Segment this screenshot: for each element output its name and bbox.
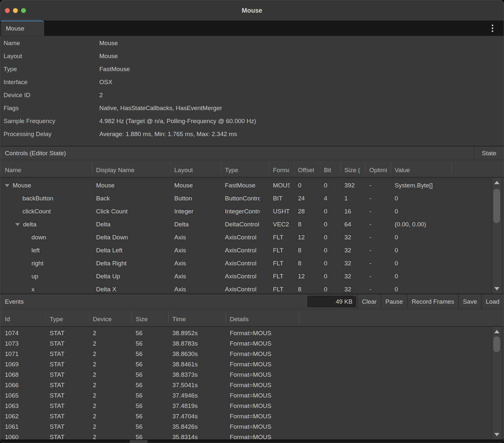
property-row: LayoutMouse — [0, 50, 504, 63]
event-row[interactable]: 1066STAT25637.5041sFormat=MOUS — [0, 380, 492, 390]
event-row[interactable]: 1073STAT25638.8783sFormat=MOUS — [0, 338, 492, 349]
column-header-name[interactable]: Name — [0, 160, 92, 177]
control-bit: 0 — [324, 260, 327, 267]
record-frames-button[interactable]: Record Frames — [407, 294, 458, 309]
property-label: Interface — [0, 79, 99, 86]
control-cell-name: Mouse — [0, 179, 92, 192]
control-optimized: - — [369, 247, 371, 254]
events-scrollbar[interactable] — [492, 327, 501, 439]
event-cell-details: Format=MOUS — [226, 380, 299, 390]
scroll-up-icon[interactable] — [494, 181, 499, 184]
control-row[interactable]: deltaDeltaDeltaDeltaControlVEC28064-(0.0… — [0, 218, 492, 231]
column-header-layout[interactable]: Layout — [170, 160, 221, 177]
event-id: 1074 — [5, 330, 18, 337]
control-cell-optimized: - — [365, 218, 391, 231]
maximize-button[interactable] — [21, 8, 26, 13]
event-cell-details: Format=MOUS — [226, 422, 299, 432]
column-header-value[interactable]: Value — [391, 160, 451, 177]
control-optimized: - — [369, 195, 371, 202]
column-header-offset[interactable]: Offset — [294, 160, 320, 177]
event-time: 35.8426s — [172, 423, 198, 430]
event-size: 56 — [136, 434, 142, 439]
event-details: Format=MOUS — [230, 361, 271, 368]
event-time: 38.8373s — [172, 371, 198, 378]
control-bit: 0 — [324, 247, 327, 254]
scroll-down-icon[interactable] — [494, 433, 499, 436]
window-title: Mouse — [242, 7, 262, 14]
control-cell-size: 32 — [340, 231, 365, 244]
column-header-device[interactable]: Device — [89, 309, 132, 326]
event-cell-id: 1069 — [0, 359, 46, 370]
property-value: Mouse — [99, 53, 118, 60]
expander-triangle-icon[interactable] — [15, 223, 20, 226]
event-id: 1071 — [5, 350, 18, 358]
minimize-button[interactable] — [13, 8, 18, 13]
control-name: backButton — [22, 195, 53, 202]
event-id: 1066 — [5, 382, 18, 389]
controls-scrollbar-thumb[interactable] — [493, 189, 500, 223]
control-cell-offset: 24 — [294, 192, 320, 205]
event-row[interactable]: 1063STAT25637.4819sFormat=MOUS — [0, 401, 492, 411]
clear-button[interactable]: Clear — [357, 294, 381, 309]
column-header-id[interactable]: Id — [0, 309, 46, 326]
event-row[interactable]: 1062STAT25637.4704sFormat=MOUS — [0, 411, 492, 422]
event-cell-size: 56 — [132, 359, 168, 370]
horizontal-scrollbar-thumb[interactable] — [129, 440, 148, 443]
control-cell-format: FLT — [269, 244, 294, 257]
events-scrollbar-thumb[interactable] — [493, 336, 500, 352]
column-header-details[interactable]: Details — [226, 309, 299, 326]
column-header-size[interactable]: Size — [132, 309, 168, 326]
tab-mouse[interactable]: Mouse — [1, 20, 44, 36]
expander-triangle-icon[interactable] — [5, 184, 9, 187]
event-type: STAT — [50, 350, 65, 358]
control-display_name: Delta Left — [96, 247, 122, 254]
column-header-time[interactable]: Time — [168, 309, 226, 326]
column-header-type[interactable]: Type — [46, 309, 89, 326]
event-size: 56 — [136, 413, 142, 420]
property-label: Type — [0, 66, 99, 73]
control-row[interactable]: rightDelta RightAxisAxisControlFLT8032-0 — [0, 257, 492, 270]
event-row[interactable]: 1074STAT25638.8952sFormat=MOUS — [0, 328, 492, 338]
state-toggle-button[interactable]: State — [474, 146, 504, 160]
scroll-up-icon[interactable] — [494, 330, 499, 333]
column-header-size[interactable]: Size (Bits) — [340, 160, 365, 177]
event-device: 2 — [93, 413, 96, 420]
event-cell-spacer — [299, 349, 492, 359]
close-button[interactable] — [5, 8, 10, 13]
control-row[interactable]: xDelta XAxisAxisControlFLT8032-0 — [0, 283, 492, 294]
event-row[interactable]: 1069STAT25638.8461sFormat=MOUS — [0, 359, 492, 370]
property-row: Sample Frequency4.982 Hz (Target @ n/a, … — [0, 115, 504, 128]
control-cell-format: BIT — [269, 192, 294, 205]
column-header-type[interactable]: Type — [221, 160, 269, 177]
control-cell-layout: Axis — [170, 270, 221, 283]
column-header-format[interactable]: Format — [269, 160, 294, 177]
control-row[interactable]: backButtonBackButtonButtonControlBIT2441… — [0, 192, 492, 205]
scroll-down-icon[interactable] — [494, 287, 499, 290]
controls-scrollbar[interactable] — [492, 178, 501, 294]
control-row[interactable]: leftDelta LeftAxisAxisControlFLT8032-0 — [0, 244, 492, 257]
event-row[interactable]: 1071STAT25638.8630sFormat=MOUS — [0, 349, 492, 359]
control-row[interactable]: MouseMouseMouseFastMouseMOUS00392-System… — [0, 179, 492, 192]
event-row[interactable]: 1061STAT25635.8426sFormat=MOUS — [0, 422, 492, 432]
horizontal-scrollbar[interactable] — [0, 439, 504, 443]
event-row[interactable]: 1060STAT25635.8314sFormat=MOUS — [0, 432, 492, 439]
control-row[interactable]: upDelta UpAxisAxisControlFLT12032-0 — [0, 270, 492, 283]
event-row[interactable]: 1065STAT25637.4946sFormat=MOUS — [0, 390, 492, 401]
save-button[interactable]: Save — [458, 294, 481, 309]
pause-button[interactable]: Pause — [381, 294, 407, 309]
column-header-optimized[interactable]: Optimized — [365, 160, 391, 177]
event-cell-size: 56 — [132, 380, 168, 390]
event-row[interactable]: 1068STAT25638.8373sFormat=MOUS — [0, 370, 492, 380]
control-row[interactable]: downDelta DownAxisAxisControlFLT12032-0 — [0, 231, 492, 244]
event-type: STAT — [50, 382, 65, 389]
load-button[interactable]: Load — [481, 294, 504, 309]
column-header-bit[interactable]: Bit — [320, 160, 340, 177]
control-row[interactable]: clickCountClick CountIntegerIntegerContr… — [0, 205, 492, 218]
control-offset: 8 — [298, 247, 301, 254]
column-header-display-name[interactable]: Display Name — [92, 160, 170, 177]
kebab-menu-icon[interactable] — [490, 23, 495, 33]
event-cell-time: 38.8783s — [168, 338, 226, 349]
control-name: down — [31, 234, 46, 241]
control-cell-size: 1 — [340, 192, 365, 205]
event-id: 1065 — [5, 392, 18, 399]
